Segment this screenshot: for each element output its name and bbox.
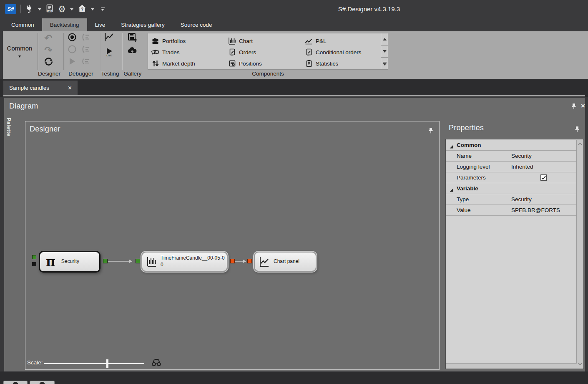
binoculars-icon (151, 361, 161, 368)
palette-tab[interactable]: Palette (6, 118, 12, 136)
diagram-panel: Diagram × Palette Designer π Security (4, 98, 585, 371)
application-window: S# LOG ⚙ (0, 0, 588, 384)
component-item-label: Market depth (162, 61, 195, 67)
input-port-security[interactable] (32, 255, 36, 259)
component-item-trades[interactable]: Trades (148, 47, 223, 58)
group-label-components: Components (148, 70, 388, 78)
find-binoculars-button[interactable] (151, 358, 161, 369)
output-port-security[interactable] (103, 259, 108, 263)
gear-icon: ⚙ (58, 5, 66, 14)
svg-text:LOG: LOG (48, 10, 52, 12)
input-port-black[interactable] (32, 262, 36, 266)
settings-dropdown[interactable] (69, 3, 75, 15)
step-lines-icon (80, 33, 90, 43)
checkbox-checked[interactable] (540, 174, 547, 181)
run-live-button[interactable]: LIVE (103, 45, 116, 59)
scroll-up-button[interactable] (381, 33, 388, 45)
ribbon-tab-bar: CommonBacktestingLiveStrategies galleryS… (3, 18, 220, 31)
settings-button[interactable]: ⚙ (57, 3, 67, 15)
property-value[interactable]: Security (511, 196, 532, 202)
scroll-more-button[interactable] (381, 57, 388, 70)
status-button-1[interactable] (3, 381, 28, 384)
component-item-p-l[interactable]: P&L (302, 35, 377, 46)
scroll-down-arrow[interactable] (577, 361, 583, 367)
help-dropdown[interactable] (90, 3, 95, 15)
refresh-button[interactable] (42, 56, 55, 68)
status-button-2[interactable] (30, 381, 55, 384)
property-value[interactable]: SPFB.BR@FORTS (511, 207, 560, 213)
output-port-candle[interactable] (230, 259, 235, 263)
component-item-positions[interactable]: Positions (225, 58, 300, 69)
properties-panel-title: Properties (449, 124, 484, 132)
ribbon-tab-strategies-gallery[interactable]: Strategies gallery (113, 18, 172, 31)
node-label: TimeFrameCandle__00-05-00 (161, 255, 227, 268)
input-port-chart[interactable] (247, 259, 252, 263)
component-item-orders[interactable]: Orders (225, 47, 300, 58)
common-menu-button[interactable]: Common (3, 45, 36, 59)
connect-dropdown[interactable] (37, 3, 43, 15)
vertical-scrollbar[interactable] (576, 140, 583, 368)
property-value[interactable]: Security (511, 153, 532, 159)
scale-slider-track[interactable] (44, 363, 144, 364)
help-home-button[interactable]: ? (76, 3, 88, 15)
input-port-candle[interactable] (136, 259, 140, 263)
connector-line (108, 256, 136, 266)
node-chart-panel[interactable]: Chart panel (254, 252, 317, 272)
property-value[interactable]: Inherited (511, 164, 533, 170)
property-key: Value (457, 207, 471, 213)
scale-slider-thumb[interactable] (106, 359, 108, 368)
connector-line (235, 256, 248, 266)
continue-button[interactable] (66, 56, 78, 68)
document-tab-sample-candles[interactable]: Sample candles × (3, 81, 78, 95)
group-label-debugger: Debugger (65, 70, 97, 78)
customize-toolbar-button[interactable] (100, 3, 106, 15)
node-security[interactable]: π Security (39, 251, 101, 273)
circle-outline-icon (68, 45, 77, 56)
property-key: Type (457, 196, 469, 202)
market-depth-icon (151, 60, 159, 68)
pnl-chart-icon (305, 37, 313, 45)
run-test-button[interactable] (103, 32, 116, 44)
remove-breakpoint-button[interactable] (66, 44, 78, 56)
close-icon[interactable]: × (581, 103, 585, 109)
status-icon (13, 382, 18, 384)
scroll-down-button[interactable] (381, 45, 388, 58)
upload-cloud-button[interactable] (126, 45, 138, 57)
scroll-up-arrow[interactable] (577, 141, 583, 147)
component-item-conditional-orders[interactable]: Conditional orders (302, 47, 377, 58)
pin-icon[interactable] (571, 103, 576, 111)
property-row-value: ValueSPFB.BR@FORTS (446, 205, 576, 216)
component-item-statistics[interactable]: Statistics (302, 58, 377, 69)
component-item-chart[interactable]: Chart (225, 35, 300, 46)
breakpoint-button[interactable] (66, 32, 78, 44)
property-group-variable[interactable]: Variable (446, 183, 576, 194)
pin-icon[interactable] (428, 127, 433, 135)
close-icon[interactable]: × (68, 85, 72, 91)
step-out-button[interactable] (79, 56, 92, 68)
step-into-button[interactable] (79, 32, 92, 44)
ribbon-tab-live[interactable]: Live (87, 18, 113, 31)
property-group-common[interactable]: Common (446, 140, 576, 151)
ribbon-tab-common[interactable]: Common (3, 18, 42, 31)
positions-icon (228, 60, 236, 68)
ribbon-tab-backtesting[interactable]: Backtesting (42, 18, 87, 31)
node-timeframecandle[interactable]: TimeFrameCandle__00-05-00 (141, 252, 228, 272)
connect-button[interactable] (24, 3, 35, 15)
undo-button[interactable]: ↶ (42, 32, 55, 44)
horizontal-scrollbar[interactable] (446, 363, 577, 368)
app-logo[interactable]: S# (5, 4, 16, 14)
publish-strategy-button[interactable] (126, 32, 138, 44)
redo-button[interactable]: ↷ (42, 44, 55, 56)
group-separator (100, 33, 101, 70)
component-item-portfolios[interactable]: Portfolios (148, 35, 223, 46)
ribbon-tab-source-code[interactable]: Source code (173, 18, 220, 31)
component-item-market-depth[interactable]: Market depth (148, 58, 223, 69)
collapse-triangle-icon (450, 187, 453, 193)
titlebar: S# LOG ⚙ (0, 0, 588, 31)
step-over-button[interactable] (79, 44, 92, 56)
log-button[interactable]: LOG (44, 3, 55, 15)
ribbon: Common ↶ ↷ Designer (0, 31, 588, 79)
group-separator (38, 33, 38, 70)
pin-icon[interactable] (575, 126, 580, 134)
group-label-testing: Testing (99, 70, 121, 78)
